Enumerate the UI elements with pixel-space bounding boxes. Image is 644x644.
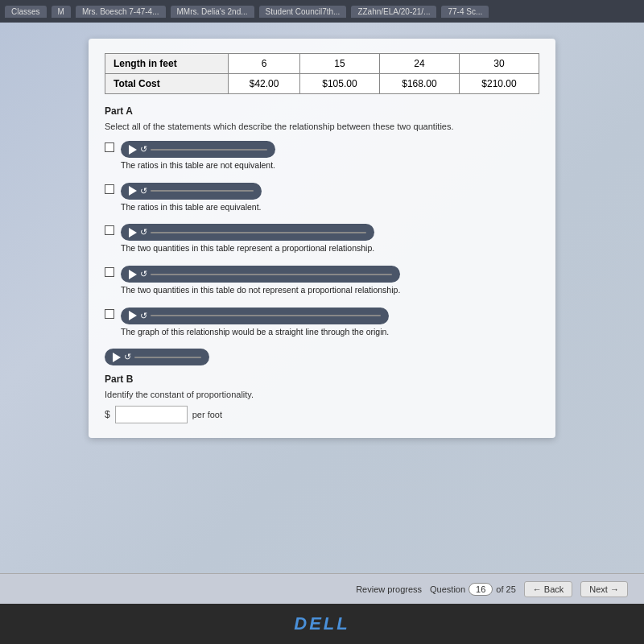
answer-option-4: ↺ The two quantities in this table do no… (105, 266, 539, 296)
tab-sc[interactable]: 77-4 Sc... (441, 6, 489, 18)
answer-option-3: ↺ The two quantities in this table repre… (105, 224, 539, 254)
content-card: Length in feet 6 15 24 30 Total Cost $42… (89, 39, 555, 438)
table-col3-length: 24 (379, 54, 459, 74)
audio-bar-2[interactable]: ↺ (121, 183, 262, 200)
data-table: Length in feet 6 15 24 30 Total Cost $42… (105, 53, 539, 94)
table-col2-length: 15 (299, 54, 379, 74)
table-col4-length: 30 (459, 54, 539, 74)
tab-boesch[interactable]: Mrs. Boesch 7-47-4... (76, 6, 166, 18)
answer-option-2: ↺ The ratios in this table are equivalen… (105, 183, 539, 213)
tab-council[interactable]: Student Council7th... (259, 6, 347, 18)
table-col1-length: 6 (229, 54, 300, 74)
proportionality-input[interactable] (115, 406, 188, 423)
tab-m[interactable]: M (52, 6, 71, 18)
play-icon-partb[interactable] (113, 353, 121, 362)
part-b-section: Part B Identify the constant of proporti… (105, 374, 539, 423)
total-questions: of 25 (496, 584, 515, 594)
play-icon-3[interactable] (129, 228, 137, 237)
progress-line-5 (151, 315, 381, 316)
progress-line-3 (151, 232, 366, 233)
part-a-label: Part A (105, 105, 539, 117)
replay-icon-partb[interactable]: ↺ (124, 352, 131, 362)
checkbox-5[interactable] (105, 309, 114, 319)
play-icon-4[interactable] (129, 270, 137, 279)
audio-bar-partb[interactable]: ↺ (105, 349, 209, 365)
tab-classes[interactable]: Classes (5, 6, 47, 18)
browser-bar: Classes M Mrs. Boesch 7-47-4... MMrs. De… (0, 0, 644, 23)
review-progress-label: Review progress (356, 584, 422, 594)
checkbox-4[interactable] (105, 267, 114, 277)
audio-bar-1[interactable]: ↺ (121, 141, 275, 158)
table-col3-cost: $168.00 (379, 74, 459, 94)
back-button[interactable]: ← Back (524, 581, 573, 597)
table-col4-cost: $210.00 (459, 74, 539, 94)
option-text-4: The two quantities in this table do not … (121, 284, 400, 296)
per-foot-label: per foot (192, 410, 222, 419)
play-icon-1[interactable] (129, 145, 137, 155)
bottom-bar: Review progress Question 16 of 25 ← Back… (0, 573, 644, 604)
replay-icon-4[interactable]: ↺ (140, 269, 147, 279)
option-text-1: The ratios in this table are not equival… (121, 159, 275, 171)
part-b-instruction: Identify the constant of proportionality… (105, 390, 539, 399)
dell-bar: DELL (0, 604, 644, 644)
option-text-5: The graph of this relationship would be … (121, 326, 389, 338)
main-content: Length in feet 6 15 24 30 Total Cost $42… (0, 23, 644, 604)
table-col1-cost: $42.00 (229, 74, 300, 94)
question-label: Question (430, 584, 465, 594)
checkbox-2[interactable] (105, 184, 114, 194)
answer-option-5: ↺ The graph of this relationship would b… (105, 308, 539, 338)
part-a-instruction: Select all of the statements which descr… (105, 122, 539, 131)
dell-logo: DELL (294, 613, 349, 634)
question-badge: Question 16 of 25 (430, 583, 516, 596)
tab-delia[interactable]: MMrs. Delia's 2nd... (171, 6, 254, 18)
progress-line-1 (151, 149, 267, 151)
option-text-2: The ratios in this table are equivalent. (121, 201, 262, 213)
replay-icon-5[interactable]: ↺ (140, 311, 147, 321)
answer-option-1: ↺ The ratios in this table are not equiv… (105, 141, 539, 171)
checkbox-1[interactable] (105, 142, 114, 152)
replay-icon-1[interactable]: ↺ (140, 144, 147, 155)
replay-icon-2[interactable]: ↺ (140, 186, 147, 196)
table-col2-cost: $105.00 (299, 74, 379, 94)
progress-line-partb (134, 357, 201, 358)
input-row: $ per foot (105, 406, 539, 423)
play-icon-5[interactable] (129, 311, 137, 320)
replay-icon-3[interactable]: ↺ (140, 227, 147, 237)
play-icon-2[interactable] (129, 186, 137, 196)
part-b-label: Part B (105, 374, 539, 385)
audio-bar-4[interactable]: ↺ (121, 266, 400, 283)
next-button[interactable]: Next → (580, 581, 628, 597)
progress-line-2 (151, 190, 254, 192)
checkbox-3[interactable] (105, 225, 114, 235)
progress-line-4 (151, 274, 392, 275)
question-number: 16 (469, 583, 493, 596)
tab-zzahn[interactable]: ZZahn/ELA/20-21/... (351, 6, 436, 18)
table-row1-label: Length in feet (105, 54, 229, 74)
audio-bar-5[interactable]: ↺ (121, 308, 389, 324)
table-row2-label: Total Cost (105, 74, 229, 94)
option-text-3: The two quantities in this table represe… (121, 242, 374, 254)
dollar-sign: $ (105, 409, 110, 420)
audio-bar-3[interactable]: ↺ (121, 224, 374, 241)
